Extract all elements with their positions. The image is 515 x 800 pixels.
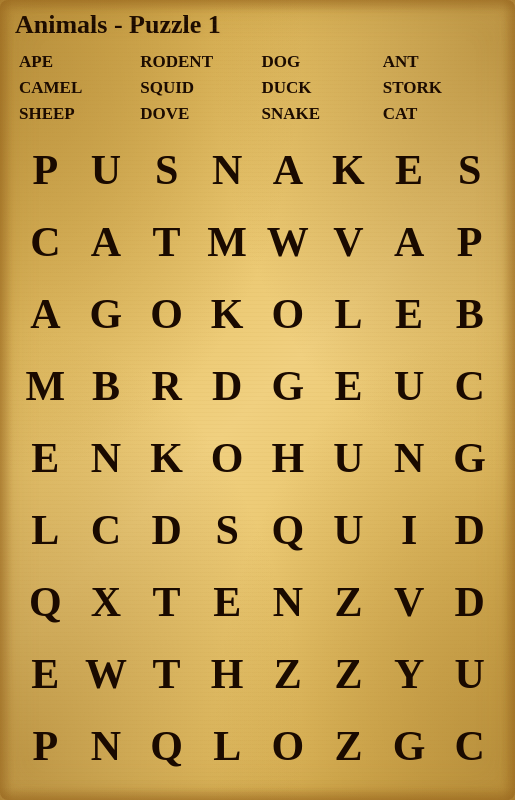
grid-cell[interactable]: Z <box>258 638 319 710</box>
puzzle-page: Animals - Puzzle 1 APERODENTDOGANTCAMELS… <box>0 0 515 800</box>
grid-cell[interactable]: A <box>15 278 76 350</box>
grid-row: AGOKOLEB <box>15 278 500 350</box>
grid-cell[interactable]: Z <box>318 638 379 710</box>
grid-cell[interactable]: E <box>197 566 258 638</box>
grid-cell[interactable]: V <box>379 566 440 638</box>
grid-cell[interactable]: G <box>439 422 500 494</box>
grid-cell[interactable]: K <box>197 278 258 350</box>
grid-cell[interactable]: U <box>318 494 379 566</box>
grid-cell[interactable]: D <box>439 566 500 638</box>
grid-row: QXTENZVD <box>15 566 500 638</box>
puzzle-title: Animals - Puzzle 1 <box>15 10 500 40</box>
grid-cell[interactable]: Q <box>258 494 319 566</box>
grid-row: PNQLOZGC <box>15 710 500 782</box>
grid-cell[interactable]: N <box>197 134 258 206</box>
word-list: APERODENTDOGANTCAMELSQUIDDUCKSTORKSHEEPD… <box>15 50 500 126</box>
grid-cell[interactable]: W <box>258 206 319 278</box>
grid-cell[interactable]: U <box>318 422 379 494</box>
grid-cell[interactable]: P <box>15 710 76 782</box>
grid-cell[interactable]: W <box>76 638 137 710</box>
right-edge-decoration <box>503 0 515 800</box>
grid-cell[interactable]: N <box>379 422 440 494</box>
grid-cell[interactable]: E <box>15 422 76 494</box>
word-item: DOG <box>258 50 379 74</box>
grid-cell[interactable]: E <box>15 638 76 710</box>
grid-cell[interactable]: Q <box>15 566 76 638</box>
grid-cell[interactable]: I <box>379 494 440 566</box>
grid-cell[interactable]: S <box>197 494 258 566</box>
grid-cell[interactable]: B <box>76 350 137 422</box>
grid-cell[interactable]: D <box>439 494 500 566</box>
grid-cell[interactable]: L <box>318 278 379 350</box>
grid-cell[interactable]: U <box>76 134 137 206</box>
grid-cell[interactable]: O <box>136 278 197 350</box>
word-item: CAT <box>379 102 500 126</box>
grid-cell[interactable]: A <box>15 782 76 800</box>
grid-cell[interactable]: N <box>258 566 319 638</box>
grid-cell[interactable]: P <box>439 206 500 278</box>
grid-cell[interactable]: S <box>439 134 500 206</box>
grid-cell[interactable]: Z <box>318 710 379 782</box>
grid-cell[interactable]: M <box>197 206 258 278</box>
word-item: CAMEL <box>15 76 136 100</box>
grid-cell[interactable]: E <box>379 134 440 206</box>
grid-cell[interactable]: Q <box>136 710 197 782</box>
grid-cell[interactable]: D <box>197 350 258 422</box>
grid-cell[interactable]: N <box>76 422 137 494</box>
grid-cell[interactable]: T <box>136 566 197 638</box>
grid-cell[interactable]: G <box>76 278 137 350</box>
left-edge-decoration <box>0 0 12 800</box>
grid-cell[interactable]: M <box>15 350 76 422</box>
word-item: STORK <box>379 76 500 100</box>
letter-grid: PUSNAKESCATMWVAPAGOKOLEBMBRDGEUCENKOHUNG… <box>15 134 500 800</box>
grid-cell[interactable]: X <box>76 566 137 638</box>
grid-cell[interactable]: K <box>136 422 197 494</box>
grid-cell[interactable]: P <box>15 134 76 206</box>
grid-cell[interactable]: G <box>258 350 319 422</box>
grid-cell[interactable]: H <box>197 638 258 710</box>
grid-cell[interactable]: N <box>76 710 137 782</box>
word-item: SQUID <box>136 76 257 100</box>
grid-cell[interactable]: L <box>15 494 76 566</box>
grid-cell[interactable]: C <box>15 206 76 278</box>
grid-cell[interactable]: S <box>136 134 197 206</box>
grid-cell[interactable]: A <box>76 206 137 278</box>
word-item: SHEEP <box>15 102 136 126</box>
grid-row: ENKOHUNG <box>15 422 500 494</box>
grid-cell[interactable]: E <box>318 350 379 422</box>
grid-cell[interactable]: R <box>76 782 137 800</box>
grid-cell[interactable]: B <box>439 278 500 350</box>
grid-cell[interactable]: T <box>379 782 440 800</box>
grid-cell[interactable]: L <box>197 710 258 782</box>
grid-cell[interactable]: E <box>258 782 319 800</box>
grid-cell[interactable]: T <box>136 638 197 710</box>
grid-cell[interactable]: A <box>258 134 319 206</box>
grid-cell[interactable]: T <box>136 206 197 278</box>
grid-cell[interactable]: O <box>258 278 319 350</box>
grid-cell[interactable]: O <box>258 710 319 782</box>
grid-cell[interactable]: D <box>197 782 258 800</box>
grid-cell[interactable]: R <box>136 350 197 422</box>
grid-cell[interactable]: H <box>258 422 319 494</box>
grid-cell[interactable]: V <box>318 206 379 278</box>
word-item: SNAKE <box>258 102 379 126</box>
grid-cell[interactable]: D <box>136 494 197 566</box>
grid-row: CATMWVAP <box>15 206 500 278</box>
grid-cell[interactable]: U <box>379 350 440 422</box>
grid-cell[interactable]: N <box>318 782 379 800</box>
grid-cell[interactable]: Z <box>318 566 379 638</box>
grid-cell[interactable]: O <box>197 422 258 494</box>
grid-cell[interactable]: A <box>379 206 440 278</box>
grid-cell[interactable]: K <box>439 782 500 800</box>
grid-cell[interactable]: K <box>318 134 379 206</box>
grid-cell[interactable]: C <box>76 494 137 566</box>
grid-cell[interactable]: G <box>379 710 440 782</box>
grid-row: ARODENTK <box>15 782 500 800</box>
grid-cell[interactable]: C <box>439 350 500 422</box>
grid-cell[interactable]: C <box>439 710 500 782</box>
word-item: DUCK <box>258 76 379 100</box>
grid-cell[interactable]: Y <box>379 638 440 710</box>
grid-cell[interactable]: U <box>439 638 500 710</box>
grid-cell[interactable]: O <box>136 782 197 800</box>
grid-cell[interactable]: E <box>379 278 440 350</box>
